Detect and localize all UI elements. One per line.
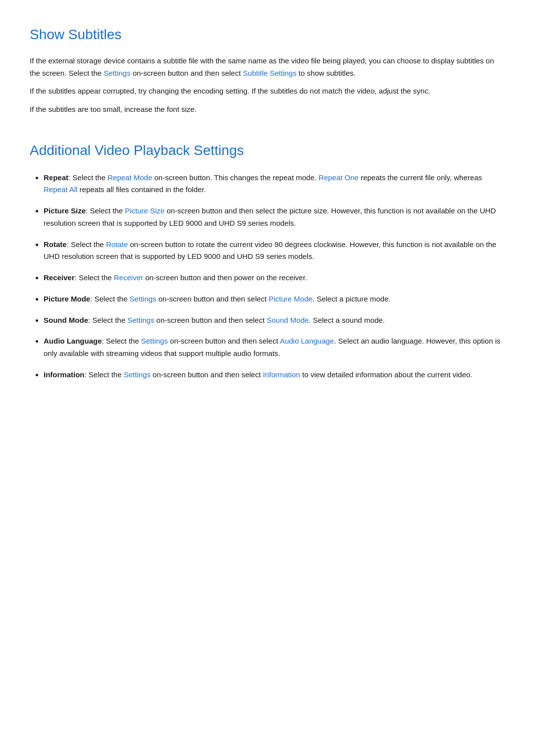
playback-settings-list: Repeat: Select the Repeat Mode on-screen… [30,172,505,381]
settings-link-sound-mode[interactable]: Settings [127,316,154,324]
section1-title: Show Subtitles [30,24,505,46]
list-item-sound-mode: Sound Mode: Select the Settings on-scree… [44,314,505,327]
rotate-link[interactable]: Rotate [106,240,128,249]
receiver-link[interactable]: Receiver [114,273,143,282]
list-item-rotate: Rotate: Select the Rotate on-screen butt… [44,239,505,263]
settings-link-audio-language[interactable]: Settings [141,337,168,345]
term-picture-size: Picture Size [44,206,86,215]
picture-mode-link[interactable]: Picture Mode [268,295,312,303]
term-sound-mode: Sound Mode [44,316,88,324]
list-item-repeat: Repeat: Select the Repeat Mode on-screen… [44,172,505,197]
repeat-mode-link[interactable]: Repeat Mode [107,173,152,182]
section1-paragraph2: If the subtitles appear corrupted, try c… [30,85,505,98]
term-repeat: Repeat [44,173,68,182]
section1-paragraph1: If the external storage device contains … [30,55,505,80]
list-item-picture-mode: Picture Mode: Select the Settings on-scr… [44,293,505,305]
information-link[interactable]: Information [263,370,300,379]
list-item-audio-language: Audio Language: Select the Settings on-s… [44,335,505,360]
list-item-information: Information: Select the Settings on-scre… [44,369,505,381]
settings-link-information[interactable]: Settings [124,370,151,379]
settings-link-picture-mode[interactable]: Settings [129,295,156,303]
repeat-one-link[interactable]: Repeat One [319,173,359,182]
term-information: Information [44,370,85,379]
list-item-picture-size: Picture Size: Select the Picture Size on… [44,205,505,230]
picture-size-link[interactable]: Picture Size [125,206,164,215]
sound-mode-link[interactable]: Sound Mode [267,316,309,324]
section2-title: Additional Video Playback Settings [30,140,505,162]
section1-paragraph3: If the subtitles are too small, increase… [30,103,505,116]
repeat-all-link[interactable]: Repeat All [44,185,77,194]
settings-link-1[interactable]: Settings [104,69,130,77]
audio-language-link[interactable]: Audio Language [280,337,334,345]
subtitle-settings-link[interactable]: Subtitle Settings [243,69,296,77]
list-item-receiver: Receiver: Select the Receiver on-screen … [44,272,505,284]
term-rotate: Rotate [44,240,67,249]
term-audio-language: Audio Language [44,337,102,345]
term-receiver: Receiver [44,273,75,282]
term-picture-mode: Picture Mode [44,295,90,303]
